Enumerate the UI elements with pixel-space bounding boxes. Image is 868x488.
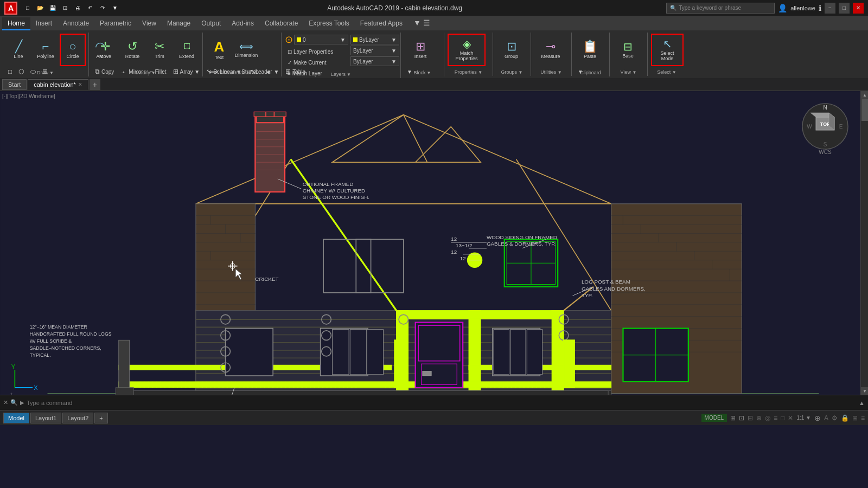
linetype-dropdown[interactable]: ByLayer ▼ [350,46,399,55]
polyline-button[interactable]: ⌐ Polyline [33,34,59,66]
drawing-viewport[interactable]: [-][Top][2D Wireframe] [0,91,860,395]
svg-rect-192 [133,390,608,395]
workspace-icon[interactable]: ⚙ [832,414,838,422]
layers-label[interactable]: Layers ▼ [331,72,351,77]
view-label[interactable]: View ▼ [621,69,637,75]
osnap-icon[interactable]: ◎ [765,414,770,422]
lineweight-dropdown[interactable]: ByLayer ▼ [350,56,399,66]
model-tab[interactable]: Model [3,413,29,423]
tab-insert[interactable]: Insert [30,17,58,30]
insert-label[interactable]: Block ▼ [414,70,431,75]
match-properties-button[interactable]: ◈ MatchProperties [448,34,486,66]
transparency-icon[interactable]: □ [781,414,784,422]
tab-manage[interactable]: Manage [162,17,196,30]
matchprops-label[interactable]: Properties ▼ [455,69,482,75]
tab-annotate[interactable]: Annotate [58,17,94,30]
qat-saveas[interactable]: ⊡ [59,2,71,14]
rotate-button[interactable]: ↺ Rotate [119,34,145,66]
scroll-thumb[interactable] [861,99,868,121]
groups-label[interactable]: Groups ▼ [501,69,523,75]
tab-output[interactable]: Output [196,17,226,30]
layer-dropdown[interactable]: 0 ▼ [294,35,348,44]
tab-home[interactable]: Home [2,17,30,30]
tab-collaborate[interactable]: Collaborate [259,17,303,30]
qat-save[interactable]: 💾 [47,2,59,14]
command-input[interactable] [27,400,857,406]
annotation-scale[interactable]: 1:1 ▼ [796,415,811,421]
color-dropdown[interactable]: ByLayer ▼ [350,35,399,44]
tab-featured[interactable]: Featured Apps [355,17,408,30]
add-layout-button[interactable]: + [94,413,107,423]
clipboard-label[interactable]: Clipboard [580,70,601,75]
annotation-label[interactable]: Annotation ▼ [228,70,257,75]
layout1-tab[interactable]: Layout1 [30,413,61,423]
scroll-down-button[interactable]: ▼ [861,387,868,395]
zoom-in-icon[interactable]: ⊕ [814,414,821,422]
text-button[interactable]: A Text [206,34,232,66]
layout2-tab[interactable]: Layout2 [62,413,93,423]
grid-icon[interactable]: ⊞ [730,414,736,422]
tab-express[interactable]: Express Tools [303,17,354,30]
base-button[interactable]: ⊟ Base [613,34,643,66]
svg-text:12: 12 [451,249,457,255]
tab-start[interactable]: Start [2,79,27,90]
layer-properties-button[interactable]: ⊡ Layer Properties [285,47,348,56]
dimension-button[interactable]: ⟺ Dimension [233,34,259,66]
add-tab-button[interactable]: + [90,79,100,90]
modify-label[interactable]: Modify ▼ [136,70,155,75]
info-icon[interactable]: ℹ [819,4,821,12]
tab-parametric[interactable]: Parametric [94,17,137,30]
polygon-button[interactable]: ⬡ [16,67,27,76]
annotation-icon[interactable]: A [824,414,828,422]
close-button[interactable]: ✕ [853,3,864,14]
color-arrow: ▼ [391,37,397,43]
scroll-up-button[interactable]: ▲ [861,91,868,99]
cmd-search-icon[interactable]: 🔍 [10,399,18,406]
cmd-expand-icon[interactable]: ▲ [859,400,865,406]
qat-undo[interactable]: ↶ [84,2,96,14]
array-button[interactable]: ⊞ Array ▼ [170,67,203,76]
qat-open[interactable]: 📂 [34,2,46,14]
minimize-button[interactable]: − [825,3,835,14]
right-scrollbar[interactable]: ▲ ▼ [860,91,868,395]
maximize-button[interactable]: □ [839,3,850,14]
tab-more[interactable]: ▼ ☰ [408,16,436,30]
insert-button[interactable]: ⊞ Insert [404,34,437,66]
snap-icon[interactable]: ⊡ [739,414,744,422]
group-button[interactable]: ⊡ Group [496,34,526,66]
extend-button[interactable]: ⌑ Extend [174,34,200,66]
draw-label[interactable]: Draw ▼ [37,70,54,75]
make-current-button[interactable]: ✓ Make Current [285,57,348,67]
autocad-logo[interactable]: A [4,2,17,15]
measure-button[interactable]: ⊸ Measure [534,34,567,66]
tab-cabin-elevation[interactable]: cabin elevation* ✕ [28,79,88,90]
lineweight-icon[interactable]: ≡ [774,414,777,422]
ortho-icon[interactable]: ⊟ [748,414,753,422]
copy-button[interactable]: ⧉ Copy [92,67,117,76]
qat-redo[interactable]: ↷ [97,2,108,14]
qat-more[interactable]: ▼ [109,2,121,14]
selection-icon[interactable]: ✕ [788,414,793,422]
cmd-x-icon[interactable]: ✕ [3,399,8,406]
paste-button[interactable]: 📋 Paste [575,34,605,66]
line-button[interactable]: ╱ Line [5,34,31,66]
tab-addins[interactable]: Add-ins [226,17,259,30]
view-compass[interactable]: N S W E TOP WCS [801,102,850,151]
customize-icon[interactable]: ≡ [861,414,865,422]
select-mode-button[interactable]: ↖ SelectMode [651,34,684,66]
tab-close-icon[interactable]: ✕ [78,82,82,87]
utilities-label[interactable]: Utilities ▼ [540,69,561,75]
trim-button[interactable]: ✂ Trim [146,34,173,66]
search-box[interactable]: 🔍 Type a keyword or phrase [666,3,775,14]
lock-icon[interactable]: 🔒 [841,414,849,422]
qat-new[interactable]: □ [22,2,34,14]
rectangle-icon: □ [8,68,12,75]
rectangle-button[interactable]: □ [5,67,15,76]
qat-plot[interactable]: 🖨 [72,2,84,14]
polar-icon[interactable]: ⊕ [756,414,762,422]
move-button[interactable]: ✛ Move [92,34,118,66]
fullscreen-icon[interactable]: ⊞ [852,414,858,422]
circle-button[interactable]: ○ Circle [60,34,86,66]
select-label[interactable]: Select ▼ [657,69,676,75]
tab-view[interactable]: View [137,17,162,30]
